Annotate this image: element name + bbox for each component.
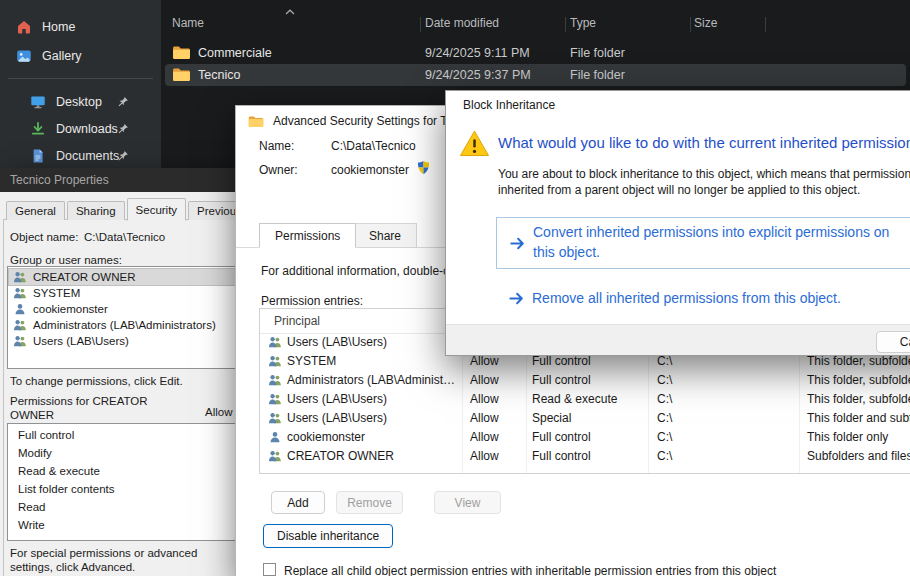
sidebar-item-label: Desktop [56, 95, 102, 109]
sidebar-item-downloads[interactable]: Downloads [6, 115, 155, 143]
permission-item[interactable]: Full control [18, 429, 74, 441]
column-header-type[interactable]: Type [570, 16, 596, 30]
replace-permissions-checkbox[interactable] [263, 563, 276, 576]
pin-icon [118, 96, 129, 107]
group-name: Users (LAB\Users) [33, 335, 129, 347]
column-divider[interactable] [565, 17, 566, 32]
entry-inherited-from: C:\ [657, 430, 672, 444]
entry-type: Allow [470, 354, 499, 368]
entry-applies-to: This folder, subfolders and files [807, 373, 910, 387]
folder-icon [172, 45, 191, 60]
entry-inherited-from: C:\ [657, 354, 672, 368]
entry-principal: Administrators (LAB\Administrators) [287, 373, 459, 387]
permission-item[interactable]: List folder contents [18, 483, 115, 495]
add-button[interactable]: Add [271, 491, 325, 514]
block-body-line1: You are about to block inheritance to th… [498, 167, 910, 181]
permission-entry-row[interactable]: Administrators (LAB\Administrators) Allo… [260, 371, 910, 390]
entry-principal: Users (LAB\Users) [287, 411, 459, 425]
desktop-icon [30, 94, 46, 110]
entry-type: Allow [470, 411, 499, 425]
remove-button[interactable]: Remove [336, 491, 403, 514]
entry-applies-to: This folder, subfolders and files [807, 392, 910, 406]
sidebar-item-gallery[interactable]: Gallery [6, 42, 155, 70]
user-icon [13, 303, 27, 315]
sidebar-item-desktop[interactable]: Desktop [6, 88, 155, 116]
permission-item[interactable]: Read & execute [18, 465, 100, 477]
sidebar-item-home[interactable]: Home [6, 13, 155, 41]
column-header-principal[interactable]: Principal [274, 309, 320, 333]
gallery-icon [16, 48, 32, 64]
group-icon [13, 335, 27, 347]
tab-share[interactable]: Share [353, 223, 417, 248]
tab-general[interactable]: General [6, 201, 65, 220]
owner-value: cookiemonster [331, 163, 409, 177]
entry-inherited-from: C:\ [657, 373, 672, 387]
group-name: SYSTEM [33, 287, 80, 299]
group-icon [268, 374, 282, 386]
entry-access: Full control [532, 354, 591, 368]
entry-type: Allow [470, 430, 499, 444]
entries-label: Permission entries: [261, 294, 363, 308]
entry-access: Read & execute [532, 392, 617, 406]
replace-permissions-label: Replace all child object permission entr… [284, 564, 776, 576]
cancel-button[interactable]: Cancel [876, 331, 910, 353]
group-icon [13, 319, 27, 331]
sidebar-item-label: Documents [56, 149, 119, 163]
view-button[interactable]: View [434, 491, 501, 514]
name-value: C:\Data\Tecnico [331, 139, 416, 153]
permission-item[interactable]: Write [18, 519, 45, 531]
pin-icon [118, 150, 129, 161]
block-title: Block Inheritance [463, 98, 555, 112]
entry-type: Allow [470, 392, 499, 406]
downloads-icon [30, 121, 46, 137]
object-name-label: Object name: [10, 231, 78, 243]
sidebar-item-documents[interactable]: Documents [6, 142, 155, 170]
convert-permissions-option[interactable]: Convert inherited permissions into expli… [496, 217, 910, 269]
entry-access: Full control [532, 373, 591, 387]
object-name-value: C:\Data\Tecnico [84, 231, 165, 243]
entry-access: Full control [532, 430, 591, 444]
column-divider[interactable] [765, 17, 766, 32]
block-heading: What would you like to do with the curre… [498, 134, 910, 151]
properties-title: Tecnico Properties [10, 173, 109, 187]
desktop: Home Gallery Desktop Downloads Documents [0, 0, 910, 576]
convert-option-line2: this object. [533, 244, 600, 260]
file-date-modified: 9/24/2025 9:37 PM [425, 68, 531, 82]
security-folder-icon [248, 115, 264, 128]
column-divider[interactable] [690, 17, 691, 32]
sidebar-item-label: Gallery [42, 49, 82, 63]
group-icon [268, 450, 282, 462]
permission-entry-row[interactable]: Users (LAB\Users) Allow Special C:\ This… [260, 409, 910, 428]
column-header-size[interactable]: Size [694, 16, 717, 30]
home-icon [16, 19, 32, 35]
entry-applies-to: Subfolders and files only [807, 449, 910, 463]
sidebar-item-label: Home [42, 20, 75, 34]
column-divider[interactable] [420, 17, 421, 32]
group-name: CREATOR OWNER [33, 271, 135, 283]
remove-permissions-option[interactable]: Remove all inherited permissions from th… [496, 288, 910, 310]
sidebar-divider [8, 78, 153, 79]
disable-inheritance-button[interactable]: Disable inheritance [263, 524, 393, 548]
permission-item[interactable]: Modify [18, 447, 52, 459]
column-header-date-modified[interactable]: Date modified [425, 16, 499, 30]
entry-inherited-from: C:\ [657, 392, 672, 406]
permission-entry-row[interactable]: CREATOR OWNER Allow Full control C:\ Sub… [260, 447, 910, 466]
group-name: Administrators (LAB\Administrators) [33, 319, 216, 331]
block-inheritance-dialog: Block Inheritance What would you like to… [445, 90, 910, 356]
permission-entry-row[interactable]: cookiemonster Allow Full control C:\ Thi… [260, 428, 910, 447]
permission-entry-row[interactable]: Users (LAB\Users) Allow Read & execute C… [260, 390, 910, 409]
tab-permissions[interactable]: Permissions [259, 223, 356, 248]
warning-icon [459, 129, 490, 158]
entry-inherited-from: C:\ [657, 449, 672, 463]
column-header-name[interactable]: Name [172, 16, 204, 30]
group-icon [268, 393, 282, 405]
file-row[interactable]: Commerciale 9/24/2025 9:11 PM File folde… [165, 42, 906, 64]
file-row-selected[interactable]: Tecnico 9/24/2025 9:37 PM File folder [165, 64, 906, 86]
block-title-bar[interactable]: Block Inheritance [446, 91, 910, 119]
permission-item[interactable]: Read [18, 501, 46, 513]
allow-column-header: Allow [205, 406, 232, 418]
sort-ascending-icon [285, 9, 295, 15]
tab-security[interactable]: Security [127, 198, 187, 221]
pin-icon [118, 123, 129, 134]
tab-sharing[interactable]: Sharing [67, 201, 125, 220]
